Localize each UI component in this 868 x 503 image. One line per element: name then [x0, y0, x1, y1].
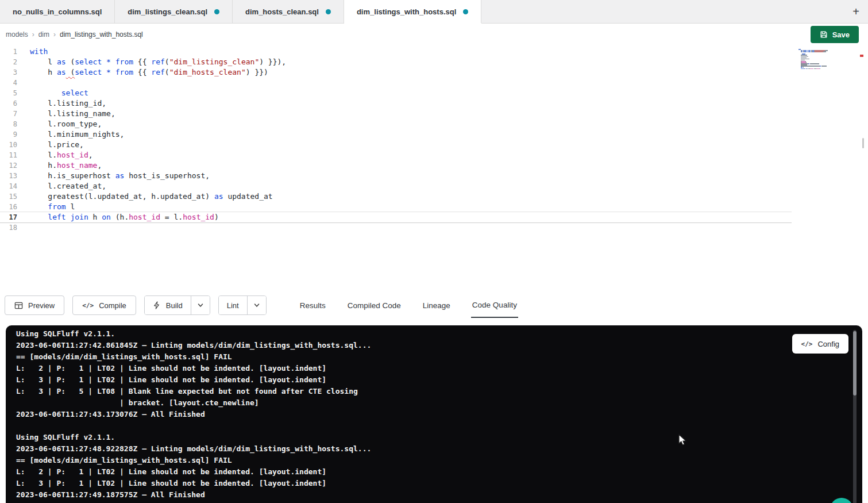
code-text: h.host_name, [30, 160, 102, 171]
preview-icon [14, 301, 23, 310]
terminal-scrollbar-thumb[interactable] [853, 331, 857, 396]
breadcrumb-separator: › [53, 30, 56, 39]
line-number: 2 [0, 57, 17, 67]
terminal-panel[interactable]: Using SQLFluff v2.1.1.2023-06-06T11:27:4… [6, 325, 862, 503]
terminal-line: Using SQLFluff v2.1.1. [16, 432, 862, 443]
code-line[interactable]: 2 l as (select * from {{ ref("dim_listin… [0, 57, 792, 67]
breadcrumb: models›dim›dim_listings_with_hosts.sql [6, 30, 143, 39]
preview-button[interactable]: Preview [5, 295, 64, 315]
terminal-line: L: 3 | P: 5 | LT08 | Blank line expected… [16, 386, 862, 397]
code-line[interactable]: 17 left join h on (h.host_id = l.host_id… [0, 212, 792, 222]
config-button[interactable]: </> Config [792, 334, 848, 354]
code-line[interactable]: 4 [0, 78, 792, 88]
code-text: select [30, 88, 88, 98]
code-text: l.created_at, [30, 181, 106, 191]
minimap[interactable] [798, 49, 840, 71]
breadcrumb-item[interactable]: dim [38, 30, 49, 39]
code-line[interactable]: 12 h.host_name, [0, 160, 792, 171]
compile-label: Compile [99, 301, 126, 310]
build-dropdown-button[interactable] [191, 296, 210, 314]
breadcrumb-item[interactable]: models [6, 30, 28, 39]
terminal-scrollbar[interactable] [853, 330, 857, 503]
code-editor[interactable]: 1with2 l as (select * from {{ ref("dim_l… [0, 45, 868, 293]
code-lines: 1with2 l as (select * from {{ ref("dim_l… [0, 47, 868, 233]
save-button[interactable]: Save [811, 26, 859, 43]
editor-tab[interactable]: dim_listings_with_hosts.sql [344, 0, 481, 23]
code-line[interactable]: 14 l.created_at, [0, 181, 792, 191]
editor-tab[interactable]: dim_listings_clean.sql [115, 0, 233, 23]
code-line[interactable]: 11 l.host_id, [0, 150, 792, 160]
tab-label: no_nulls_in_columns.sql [13, 7, 102, 16]
terminal-line: == [models/dim/dim_listings_with_hosts.s… [16, 351, 862, 363]
file-header: models›dim›dim_listings_with_hosts.sql S… [0, 24, 868, 45]
editor-scrollbar-tick[interactable] [862, 138, 864, 148]
mouse-cursor [678, 434, 689, 447]
code-icon: </> [801, 340, 813, 348]
lint-split-button: Lint [218, 295, 267, 315]
line-number: 12 [0, 160, 17, 171]
terminal-line: L: 3 | P: 1 | LT02 | Line should not be … [16, 478, 862, 489]
editor-tab[interactable]: no_nulls_in_columns.sql [0, 0, 115, 23]
code-line[interactable]: 8 l.room_type, [0, 119, 792, 129]
tab-bar: no_nulls_in_columns.sqldim_listings_clea… [0, 0, 868, 24]
lint-dropdown-button[interactable] [247, 296, 266, 314]
unsaved-changes-dot [214, 9, 219, 14]
ide-window: no_nulls_in_columns.sqldim_listings_clea… [0, 0, 868, 503]
line-number: 17 [0, 212, 17, 222]
unsaved-changes-dot [326, 9, 331, 14]
tab-code-quality[interactable]: Code Quality [471, 293, 518, 318]
new-tab-button[interactable]: + [844, 0, 868, 23]
line-number: 5 [0, 88, 17, 98]
unsaved-changes-dot [463, 9, 468, 14]
line-number: 3 [0, 67, 17, 78]
line-number: 11 [0, 150, 17, 160]
code-text: l.price, [30, 140, 84, 150]
code-line[interactable]: 16 from l [0, 202, 792, 212]
tab-lineage[interactable]: Lineage [422, 293, 452, 318]
terminal-line: 2023-06-06T11:27:43.173076Z — All Finish… [16, 409, 862, 420]
tab-label: dim_hosts_clean.sql [245, 7, 319, 16]
line-number: 8 [0, 119, 17, 129]
tab-label: dim_listings_clean.sql [128, 7, 207, 16]
terminal-line: L: 3 | P: 1 | LT02 | Line should not be … [16, 374, 862, 386]
line-number: 7 [0, 109, 17, 119]
code-line[interactable]: 3 h as (select * from {{ ref("dim_hosts_… [0, 67, 792, 78]
code-line[interactable]: 9 l.minimum_nights, [0, 129, 792, 140]
code-icon: </> [82, 302, 94, 309]
terminal-line: L: 2 | P: 1 | LT02 | Line should not be … [16, 466, 862, 478]
code-line[interactable]: 18 [0, 222, 792, 233]
code-line[interactable]: 13 h.is_superhost as host_is_superhost, [0, 171, 792, 181]
code-line[interactable]: 6 l.listing_id, [0, 98, 792, 109]
code-line[interactable]: 15 greatest(l.updated_at, h.updated_at) … [0, 191, 792, 202]
terminal-line: 2023-06-06T11:27:42.861845Z — Linting mo… [16, 340, 862, 351]
line-number: 4 [0, 78, 17, 88]
code-line[interactable]: 1with [0, 47, 792, 57]
tab-compiled-code[interactable]: Compiled Code [346, 293, 402, 318]
plus-icon: + [852, 5, 859, 18]
code-text: l.minimum_nights, [30, 129, 124, 140]
terminal-line: 2023-06-06T11:27:49.187575Z — All Finish… [16, 489, 862, 501]
tab-strip: no_nulls_in_columns.sqldim_listings_clea… [0, 0, 481, 23]
config-label: Config [817, 340, 839, 348]
terminal-line: | bracket. [layout.cte_newline] [16, 397, 862, 409]
chevron-down-icon [253, 302, 260, 309]
code-text: from l [30, 202, 75, 212]
code-text: with [30, 47, 48, 57]
breadcrumb-separator: › [32, 30, 34, 39]
build-label: Build [166, 301, 183, 310]
code-line[interactable]: 5 select [0, 88, 792, 98]
code-line[interactable]: 7 l.listing_name, [0, 109, 792, 119]
terminal-line [16, 420, 862, 432]
compile-button[interactable]: </> Compile [72, 295, 136, 315]
terminal-line: == [models/dim/dim_listings_with_hosts.s… [16, 455, 862, 466]
breadcrumb-item[interactable]: dim_listings_with_hosts.sql [60, 30, 143, 39]
lint-button[interactable]: Lint [219, 296, 247, 314]
terminal-output: Using SQLFluff v2.1.1.2023-06-06T11:27:4… [16, 328, 862, 501]
code-line[interactable]: 10 l.price, [0, 140, 792, 150]
lightning-bolt-icon [153, 301, 161, 309]
build-button[interactable]: Build [145, 296, 191, 314]
code-text: left join h on (h.host_id = l.host_id) [30, 212, 219, 222]
tab-results[interactable]: Results [299, 293, 327, 318]
code-text: greatest(l.updated_at, h.updated_at) as … [30, 191, 273, 202]
editor-tab[interactable]: dim_hosts_clean.sql [233, 0, 344, 23]
